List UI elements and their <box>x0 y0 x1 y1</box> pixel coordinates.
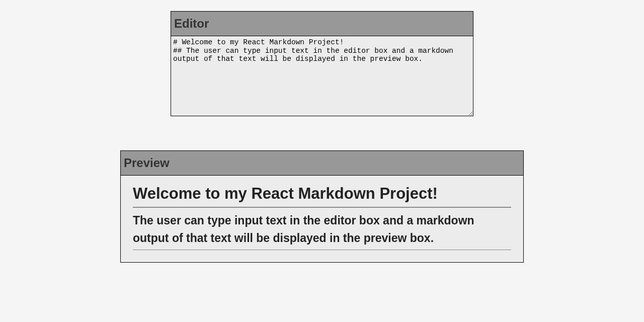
preview-panel: Preview Welcome to my React Markdown Pro… <box>120 150 524 263</box>
preview-heading-1: Welcome to my React Markdown Project! <box>133 185 511 208</box>
editor-header: Editor <box>171 12 473 36</box>
editor-panel: Editor <box>171 11 473 116</box>
preview-heading-2: The user can type input text in the edit… <box>133 212 511 250</box>
preview-body: Welcome to my React Markdown Project! Th… <box>121 176 523 262</box>
editor-textarea[interactable] <box>171 36 473 116</box>
preview-header: Preview <box>121 151 523 176</box>
